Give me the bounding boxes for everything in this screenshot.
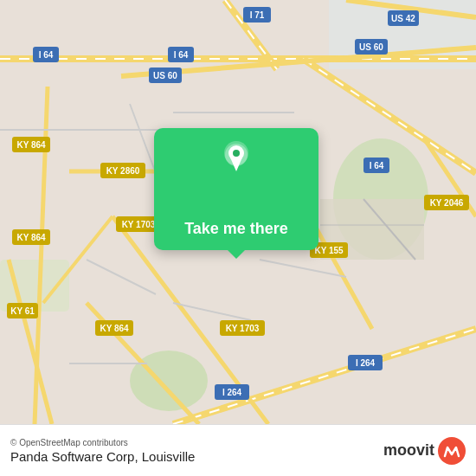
svg-text:US 42: US 42 [391,14,415,23]
svg-text:KY 864: KY 864 [16,233,46,242]
take-me-there-label: Take me there [184,220,288,238]
svg-text:I 64: I 64 [370,161,384,170]
svg-text:KY 61: KY 61 [10,306,35,316]
svg-point-75 [233,150,240,157]
location-info: © OpenStreetMap contributors Panda Softw… [10,438,195,464]
svg-text:I 64: I 64 [39,50,54,60]
svg-text:I 264: I 264 [222,388,242,397]
svg-text:KY 864: KY 864 [16,140,46,150]
svg-text:I 264: I 264 [356,358,376,368]
moovit-logo: moovit [383,437,466,465]
moovit-text: moovit [383,441,434,460]
svg-point-77 [438,437,466,465]
svg-text:I 64: I 64 [174,50,189,60]
location-name: Panda Software Corp, Louisville [10,449,195,464]
map-attribution: © OpenStreetMap contributors [10,438,195,447]
svg-text:US 60: US 60 [359,42,383,52]
svg-text:KY 864: KY 864 [100,324,129,333]
moovit-icon [438,437,466,465]
map-pin-icon [223,140,249,173]
svg-text:KY 2860: KY 2860 [106,166,140,176]
popup-card[interactable]: Take me there [154,128,318,250]
map-container: I 71 US 42 I 64 I 64 US 60 US 60 KY 864 … [0,0,476,476]
bottom-bar: © OpenStreetMap contributors Panda Softw… [0,424,476,476]
svg-text:KY 1703: KY 1703 [122,220,156,229]
svg-text:KY 2046: KY 2046 [430,198,464,208]
svg-text:US 60: US 60 [153,71,177,80]
svg-text:KY 1703: KY 1703 [226,324,260,333]
svg-text:KY 155: KY 155 [314,246,344,255]
svg-text:I 71: I 71 [250,10,265,20]
